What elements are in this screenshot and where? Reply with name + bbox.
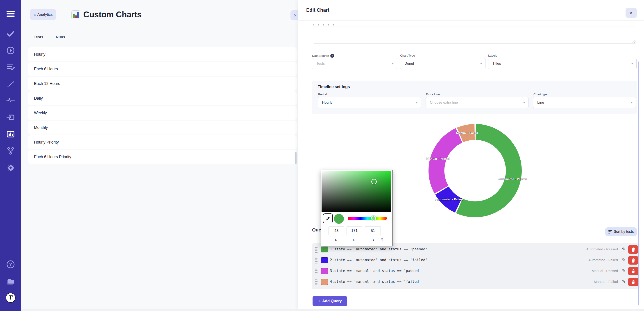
red-input[interactable]: [328, 226, 344, 235]
period-select[interactable]: Hourly: [318, 97, 421, 108]
drag-handle-icon[interactable]: [315, 279, 318, 285]
donut-segment[interactable]: [428, 128, 462, 194]
chart-list-item[interactable]: Weekly: [28, 106, 297, 120]
query-row: 2.state == 'automated' and status == 'fa…: [312, 255, 640, 266]
edit-header-divider: [298, 20, 644, 21]
blue-input[interactable]: [365, 226, 381, 235]
chart-list-item[interactable]: Daily: [28, 91, 297, 105]
sort-by-tests-button[interactable]: Sort by tests: [605, 227, 637, 236]
query-result-label: Automated - Passed: [586, 247, 618, 251]
timeline-chart-type-label: Chart type: [534, 93, 548, 96]
eyedropper-icon: [325, 216, 330, 221]
help-icon[interactable]: ?: [6, 259, 16, 269]
back-to-analytics-button[interactable]: « Analytics: [30, 9, 56, 20]
saturation-cursor[interactable]: [371, 179, 377, 184]
format-toggle[interactable]: [381, 237, 383, 241]
chart-title-textarea[interactable]: [313, 27, 636, 44]
chevron-down-icon: [523, 102, 525, 103]
page-title: Custom Charts: [83, 10, 142, 19]
bar-chart-icon: [71, 10, 81, 20]
edit-pencil-icon[interactable]: ✎: [622, 247, 626, 251]
chart-list-item[interactable]: Each 12 Hours: [28, 77, 297, 91]
delete-query-button[interactable]: [628, 278, 638, 286]
labels-select[interactable]: Titles: [488, 58, 636, 69]
data-source-select[interactable]: Tests: [312, 58, 397, 69]
back-label: Analytics: [38, 13, 53, 17]
timeline-chart-type-select[interactable]: Line: [533, 97, 636, 108]
query-color-swatch[interactable]: [321, 279, 328, 285]
donut-segment-label: Manual - Passed: [426, 157, 450, 160]
menu-icon[interactable]: [6, 9, 16, 19]
tabs-divider: [21, 45, 298, 45]
trash-icon: [632, 247, 635, 252]
current-color-swatch: [334, 214, 344, 224]
extra-line-label: Extra Line: [426, 93, 440, 96]
donut-segment-label: Automated - Passed: [498, 177, 527, 181]
projects-folder-icon[interactable]: [6, 276, 16, 286]
query-color-swatch[interactable]: [321, 268, 328, 274]
close-icon: ×: [630, 10, 632, 16]
chart-list-item[interactable]: Each 6 Hours: [28, 62, 297, 76]
chart-type-select[interactable]: Donut: [400, 58, 486, 69]
steps-icon[interactable]: [6, 79, 16, 89]
clipped-field-label: [314, 24, 338, 26]
chevron-down-icon: [392, 63, 394, 65]
query-text: 1.state == 'automated' and status == 'pa…: [330, 247, 428, 251]
chevron-down-icon: [416, 102, 418, 103]
eyedropper-button[interactable]: [323, 213, 333, 223]
edit-pencil-icon[interactable]: ✎: [622, 258, 626, 262]
tab-tests[interactable]: Tests: [34, 35, 43, 39]
tests-check-icon[interactable]: [6, 29, 16, 39]
chart-list-item[interactable]: Each 6 Hours Priority: [28, 150, 297, 164]
query-text: 3.state == 'manual' and status == 'passe…: [330, 269, 421, 273]
query-color-swatch[interactable]: [321, 246, 328, 252]
back-chevron-icon: «: [33, 12, 36, 17]
query-result-label: Automated - Failed: [588, 258, 618, 262]
delete-query-button[interactable]: [628, 245, 638, 254]
suites-list-check-icon[interactable]: [6, 62, 16, 72]
data-source-label: Data Source ?: [312, 54, 334, 58]
add-query-button[interactable]: + Add Query: [312, 296, 347, 306]
edit-chart-panel: Edit Chart × Data Source ? Tests Chart T…: [298, 0, 644, 309]
saturation-area[interactable]: [322, 171, 391, 212]
tab-runs[interactable]: Runs: [56, 35, 65, 39]
red-label: R: [335, 238, 338, 242]
import-icon[interactable]: [6, 112, 16, 122]
edit-pencil-icon[interactable]: ✎: [622, 269, 626, 273]
delete-query-button[interactable]: [628, 256, 638, 264]
drag-handle-icon[interactable]: [315, 257, 318, 263]
chart-list-item[interactable]: Monthly: [28, 121, 297, 135]
edit-pencil-icon[interactable]: ✎: [622, 279, 626, 284]
custom-charts-panel: « Analytics Custom Charts × Tests Runs H…: [21, 0, 298, 309]
timeline-settings-heading: Timeline settings: [318, 85, 350, 89]
drag-handle-icon[interactable]: [315, 268, 318, 274]
settings-gear-icon[interactable]: [6, 163, 16, 173]
chart-list-item[interactable]: Hourly: [28, 47, 297, 61]
sort-icon: [608, 230, 612, 233]
donut-chart: Automated - PassedAutomated - FailedManu…: [423, 118, 527, 223]
analytics-chart-icon[interactable]: [6, 129, 16, 139]
logo[interactable]: T: [6, 293, 16, 303]
hue-slider[interactable]: [348, 217, 387, 220]
query-row: 3.state == 'manual' and status == 'passe…: [312, 266, 640, 276]
help-circle-icon[interactable]: ?: [330, 54, 334, 58]
close-icon: ×: [294, 13, 296, 18]
hue-slider-thumb[interactable]: [371, 216, 376, 221]
color-picker-popup: R G B: [321, 170, 393, 246]
title-textarea-wrap: [313, 27, 636, 44]
query-result-label: Manual - Failed: [594, 280, 618, 284]
green-input[interactable]: [346, 226, 362, 235]
pulse-icon[interactable]: [6, 95, 16, 105]
drag-handle-icon[interactable]: [315, 246, 318, 253]
query-color-swatch[interactable]: [321, 257, 328, 263]
donut-segment-label: Automated - Failed: [436, 198, 463, 201]
delete-query-button[interactable]: [628, 267, 638, 275]
chevron-down-icon: [630, 102, 633, 103]
right-scrollbar-thumb[interactable]: [638, 62, 639, 305]
runs-play-icon[interactable]: [6, 46, 16, 56]
extra-line-select[interactable]: Choose extra line: [426, 97, 528, 108]
left-scrollbar-thumb[interactable]: [295, 152, 296, 164]
chart-list-item[interactable]: Hourly Priority: [28, 135, 297, 149]
branches-icon[interactable]: [6, 146, 16, 156]
close-edit-panel-button[interactable]: ×: [626, 8, 637, 18]
